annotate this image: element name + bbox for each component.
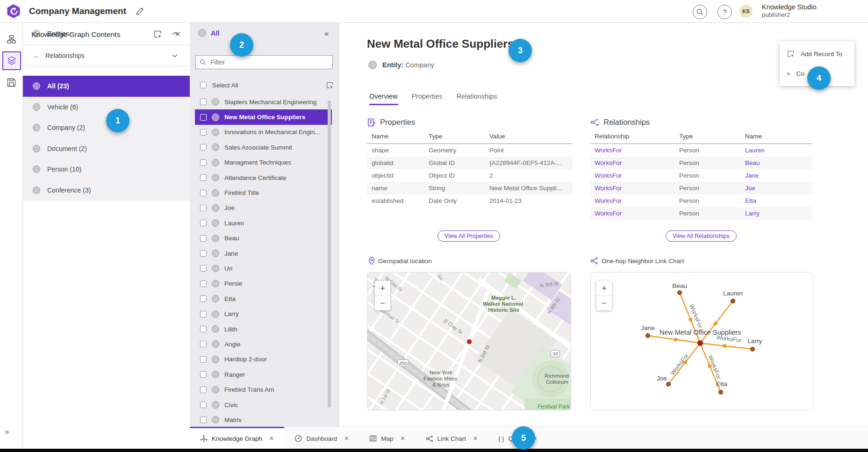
- contents-tool-selected[interactable]: [2, 51, 21, 70]
- add-to-new-panel-button[interactable]: [153, 30, 163, 39]
- relationship-name-link[interactable]: Joe: [745, 185, 812, 192]
- save-tool[interactable]: [4, 75, 19, 90]
- user-avatar[interactable]: KS: [739, 5, 753, 18]
- relationship-link[interactable]: WorksFor: [590, 210, 679, 217]
- entity-type-row[interactable]: Person (10): [22, 159, 190, 180]
- search-button[interactable]: [693, 5, 707, 19]
- data-model-tool[interactable]: [4, 32, 19, 47]
- view-all-properties-button[interactable]: View All Properties: [438, 230, 500, 242]
- row-checkbox[interactable]: [200, 99, 207, 105]
- relationship-name-link[interactable]: Lauren: [745, 147, 812, 154]
- close-tab-icon[interactable]: ✕: [473, 435, 478, 442]
- entity-record-row[interactable]: Firebird Trans Am: [190, 382, 332, 397]
- entity-record-row[interactable]: Etta: [190, 291, 332, 306]
- entity-type-row[interactable]: All (23): [22, 76, 190, 97]
- relationship-name-link[interactable]: Jane: [745, 172, 812, 179]
- row-checkbox[interactable]: [200, 114, 207, 121]
- menu-add-record-to[interactable]: Add Record To: [780, 44, 854, 64]
- row-checkbox[interactable]: [200, 159, 207, 166]
- zoom-out-button[interactable]: −: [596, 295, 612, 310]
- chevron-down-icon[interactable]: [172, 54, 178, 57]
- entity-type-row[interactable]: Vehicle (6): [22, 97, 190, 118]
- entity-record-row[interactable]: Lilith: [190, 322, 332, 337]
- view-all-relationships-button[interactable]: View All Relationships: [666, 230, 737, 242]
- row-checkbox[interactable]: [200, 356, 207, 363]
- link-chart-canvas[interactable]: WorksForWorksForWorksForWorksForBeauLaur…: [591, 273, 813, 410]
- tab-dashboard[interactable]: Dashboard ✕: [284, 427, 359, 449]
- map-card[interactable]: k RdW Clay StSaN 3rd StN 4th StMaggie L.…: [367, 272, 571, 410]
- row-checkbox[interactable]: [200, 129, 207, 136]
- row-checkbox[interactable]: [200, 205, 207, 211]
- tab-map[interactable]: Map ✕: [359, 427, 415, 449]
- tab-link-chart[interactable]: Link Chart ✕: [416, 427, 488, 449]
- link-chart-card[interactable]: WorksForWorksForWorksForWorksForBeauLaur…: [590, 272, 813, 410]
- account-info[interactable]: Knowledge Studio publisher2: [762, 3, 817, 19]
- row-checkbox[interactable]: [200, 250, 207, 257]
- add-to-new-list-button[interactable]: [326, 81, 334, 89]
- row-checkbox[interactable]: [200, 174, 207, 181]
- close-tab-icon[interactable]: ✕: [269, 435, 274, 442]
- entity-record-row[interactable]: Larry: [190, 306, 332, 321]
- entity-record-row[interactable]: Matrix: [190, 412, 332, 426]
- entity-record-row[interactable]: Lauren: [190, 215, 332, 230]
- relationship-name-link[interactable]: Etta: [745, 197, 812, 204]
- zoom-out-button[interactable]: −: [375, 295, 390, 310]
- close-panel-button[interactable]: ✕: [175, 30, 181, 38]
- entity-record-row[interactable]: Ranger: [190, 367, 332, 382]
- entity-record-row[interactable]: Innovations in Mechanical Engin...: [190, 125, 332, 140]
- entity-record-row[interactable]: Persie: [190, 276, 332, 291]
- expand-rail-button[interactable]: »: [5, 427, 8, 437]
- entity-record-row[interactable]: Jane: [190, 246, 332, 261]
- tab-properties[interactable]: Properties: [411, 93, 442, 100]
- entity-record-row[interactable]: Staplers Mechanical Engineering: [190, 94, 332, 109]
- entity-type-row[interactable]: Conference (3): [22, 180, 190, 201]
- zoom-in-button[interactable]: +: [596, 281, 612, 295]
- select-all-checkbox[interactable]: [200, 82, 207, 88]
- relationship-link[interactable]: WorksFor: [590, 172, 679, 179]
- relationship-link[interactable]: WorksFor: [590, 159, 679, 166]
- relationship-name-link[interactable]: Larry: [745, 210, 812, 217]
- entity-type-row[interactable]: Document (2): [22, 138, 190, 159]
- edit-title-icon[interactable]: [135, 6, 145, 16]
- row-checkbox[interactable]: [200, 235, 207, 242]
- filter-input[interactable]: [209, 58, 329, 66]
- row-checkbox[interactable]: [200, 416, 207, 423]
- tab-relationships[interactable]: Relationships: [457, 93, 497, 100]
- entity-record-row[interactable]: Beau: [190, 231, 332, 246]
- help-button[interactable]: ?: [717, 5, 732, 19]
- row-checkbox[interactable]: [200, 326, 207, 332]
- entity-record-row[interactable]: Sales Associate Summit: [190, 140, 332, 155]
- row-checkbox[interactable]: [200, 280, 207, 287]
- row-checkbox[interactable]: [200, 387, 207, 393]
- entity-record-row[interactable]: Joe: [190, 201, 332, 215]
- row-checkbox[interactable]: [200, 371, 207, 378]
- row-checkbox[interactable]: [200, 295, 207, 302]
- row-checkbox[interactable]: [200, 220, 207, 226]
- app-logo-icon[interactable]: [7, 4, 21, 18]
- tab-overview[interactable]: Overview: [369, 93, 397, 100]
- relationships-section-header[interactable]: → Relationships: [22, 45, 190, 66]
- list-scrollbar[interactable]: [328, 100, 331, 408]
- entity-record-row[interactable]: Uri: [190, 261, 332, 276]
- row-checkbox[interactable]: [200, 265, 207, 272]
- row-checkbox[interactable]: [200, 311, 207, 317]
- row-checkbox[interactable]: [200, 402, 207, 408]
- row-checkbox[interactable]: [200, 190, 207, 196]
- row-checkbox[interactable]: [200, 341, 207, 347]
- entity-record-row[interactable]: Civic: [190, 397, 332, 412]
- relationship-name-link[interactable]: Beau: [745, 159, 812, 166]
- entity-record-row[interactable]: Managment Techniques: [190, 155, 332, 170]
- relationship-link[interactable]: WorksFor: [590, 185, 679, 192]
- close-tab-icon[interactable]: ✕: [344, 435, 349, 442]
- entity-record-row[interactable]: Angie: [190, 337, 332, 352]
- entity-record-row[interactable]: Attendance Certificate: [190, 170, 332, 185]
- relationship-link[interactable]: WorksFor: [590, 197, 679, 204]
- collapse-panel-button[interactable]: «: [324, 29, 329, 38]
- tab-knowledge-graph[interactable]: Knowledge Graph ✕: [190, 427, 284, 449]
- entity-record-row[interactable]: Firebird Title: [190, 185, 332, 200]
- entity-record-row[interactable]: New Metal Office Suppliers: [195, 109, 332, 124]
- zoom-in-button[interactable]: +: [375, 281, 390, 295]
- row-checkbox[interactable]: [200, 144, 207, 151]
- select-all-row[interactable]: Select All: [190, 79, 338, 92]
- relationship-link[interactable]: WorksFor: [590, 147, 679, 154]
